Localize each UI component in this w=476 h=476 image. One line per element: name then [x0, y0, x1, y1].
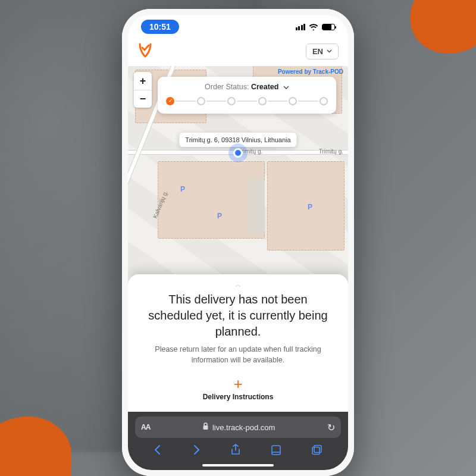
bookmarks-button[interactable] — [270, 444, 282, 458]
lock-icon — [202, 422, 209, 432]
delivery-heading: This delivery has not been scheduled yet… — [145, 292, 331, 340]
chevron-down-icon — [327, 49, 332, 53]
address-tooltip: Trimitų g. 6, 09318 Vilnius, Lithuania — [179, 133, 296, 147]
parking-icon: P — [217, 212, 222, 220]
cellular-icon — [296, 24, 306, 30]
address-bar[interactable]: AA live.track-pod.com ↻ — [135, 416, 341, 438]
step-5 — [289, 97, 297, 105]
forward-button[interactable] — [192, 444, 201, 458]
parking-icon: P — [308, 203, 312, 211]
browser-toolbar: AA live.track-pod.com ↻ — [128, 412, 348, 470]
step-created — [166, 97, 174, 105]
street-label: Trimitų g. — [319, 148, 343, 155]
status-time: 10:51 — [141, 20, 179, 34]
step-2 — [197, 97, 205, 105]
delivery-instructions-label: Delivery Instructions — [145, 393, 331, 401]
order-status-card[interactable]: Order Status: Created — [158, 77, 336, 114]
share-button[interactable] — [230, 444, 241, 458]
wifi-icon — [309, 23, 318, 30]
location-marker-icon — [233, 148, 243, 158]
home-indicator[interactable] — [202, 464, 274, 466]
sheet-handle-icon[interactable]: ︿ — [145, 280, 331, 289]
step-6 — [320, 97, 328, 105]
zoom-controls: + − — [134, 72, 152, 108]
phone-frame: 10:51 EN P — [122, 9, 354, 476]
map-attribution: Powered by Track-POD — [278, 68, 343, 75]
url-text: live.track-pod.com — [212, 423, 275, 432]
reload-button[interactable]: ↻ — [327, 422, 335, 433]
parking-icon: P — [180, 185, 185, 193]
delivery-instructions-button[interactable]: + Delivery Instructions — [145, 376, 331, 401]
language-label: EN — [312, 47, 323, 56]
order-status-value: Created — [251, 83, 279, 91]
step-3 — [227, 97, 236, 105]
delivery-subtext: Please return later for an update when f… — [145, 345, 331, 365]
zoom-out-button[interactable]: − — [134, 90, 152, 108]
back-button[interactable] — [153, 444, 162, 458]
delivery-sheet[interactable]: ︿ This delivery has not been scheduled y… — [128, 274, 348, 412]
app-header: EN — [128, 39, 348, 66]
chevron-down-icon — [283, 83, 289, 91]
battery-icon — [322, 24, 335, 30]
order-progress-steps — [166, 97, 328, 105]
tabs-button[interactable] — [311, 444, 323, 458]
app-logo-icon — [137, 42, 153, 60]
svg-rect-2 — [312, 447, 320, 455]
text-size-button[interactable]: AA — [141, 423, 150, 431]
map-view[interactable]: P P P Trimitų g. Trimitų g. Kalvarijų g.… — [128, 66, 348, 470]
step-4 — [258, 97, 267, 105]
svg-rect-1 — [314, 446, 321, 453]
plus-icon: + — [145, 376, 331, 392]
svg-rect-0 — [203, 425, 208, 430]
order-status-line: Order Status: Created — [166, 83, 328, 91]
zoom-in-button[interactable]: + — [134, 72, 152, 90]
order-status-label: Order Status: — [205, 83, 249, 91]
language-selector[interactable]: EN — [306, 43, 339, 60]
status-bar: 10:51 — [128, 15, 348, 39]
